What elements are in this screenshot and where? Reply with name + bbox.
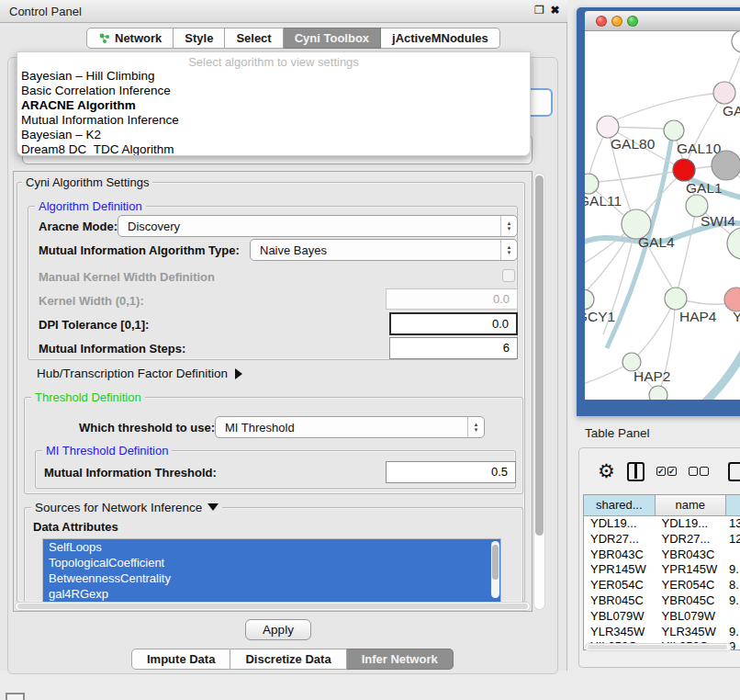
- node-label: GAL: [723, 103, 740, 119]
- dpi-tolerance-field[interactable]: 0.0: [389, 312, 518, 335]
- dropdown-item[interactable]: ARACNE Algorithm: [17, 98, 530, 113]
- close-icon[interactable]: ✖: [548, 4, 562, 17]
- network-node-gal1[interactable]: [673, 159, 695, 181]
- bottom-tabbar: Impute DataDiscretize DataInfer Network: [131, 649, 454, 670]
- network-node-gal[interactable]: [713, 82, 735, 104]
- tab-select[interactable]: Select: [225, 28, 283, 49]
- mi-steps-field[interactable]: 6: [389, 337, 518, 359]
- table-row[interactable]: YDR27...YDR27...12: [584, 532, 740, 548]
- table-row[interactable]: YBL079WYBL079W: [584, 609, 740, 625]
- scrollbar-thumb[interactable]: [535, 175, 544, 536]
- list-scrollbar[interactable]: [491, 541, 499, 598]
- network-node-hap4[interactable]: [665, 288, 687, 310]
- column-header[interactable]: shared...: [584, 495, 656, 515]
- hub-definition-expander[interactable]: Hub/Transcription Factor Definition: [37, 367, 242, 380]
- network-edge[interactable]: [678, 206, 697, 290]
- mi-threshold-field[interactable]: 0.5: [386, 461, 516, 483]
- document-icon[interactable]: [728, 462, 740, 481]
- network-canvas[interactable]: GALGAL80GAL10GAL1GAL11SWI4GAL4GCY1HAP4YH…: [585, 31, 740, 400]
- table-row[interactable]: YLR345WYLR345W9.: [584, 625, 740, 640]
- table-row[interactable]: YPR145WYPR145W9.: [584, 562, 740, 578]
- attribute-item[interactable]: BetweennessCentrality: [43, 570, 500, 586]
- settings-vertical-scrollbar[interactable]: [533, 173, 545, 610]
- float-window-icon[interactable]: ❐: [533, 4, 546, 17]
- network-node-gal10[interactable]: [664, 120, 684, 141]
- group-title: Algorithm Definition: [35, 199, 146, 213]
- network-window-titlebar[interactable]: [585, 11, 740, 31]
- network-node[interactable]: [732, 31, 740, 52]
- sources-expander[interactable]: Sources for Network Inference: [31, 501, 222, 514]
- network-edge[interactable]: [664, 336, 740, 400]
- zoom-traffic-icon[interactable]: [627, 16, 638, 27]
- combo-stepper-icon: ▲▼: [500, 240, 517, 260]
- split-column-icon[interactable]: [627, 462, 645, 481]
- tab-impute-data[interactable]: Impute Data: [131, 649, 230, 670]
- network-edge[interactable]: [617, 93, 724, 119]
- group-title: MI Threshold Definition: [42, 444, 172, 457]
- minimize-traffic-icon[interactable]: [611, 16, 622, 27]
- network-view-window[interactable]: GALGAL80GAL10GAL1GAL11SWI4GAL4GCY1HAP4YH…: [577, 7, 740, 416]
- table-cell: YBR043C: [656, 548, 727, 563]
- table-cell: YBL079W: [584, 609, 656, 625]
- attribute-item[interactable]: gal4RGexp: [43, 586, 500, 602]
- table-cell: YLR345W: [656, 625, 727, 640]
- table-cell: YER054C: [584, 578, 656, 593]
- tab-infer-network[interactable]: Infer Network: [347, 649, 454, 670]
- network-edge[interactable]: [598, 170, 684, 182]
- combo-stepper-icon: ▲▼: [500, 216, 517, 236]
- table-cell: YDR27...: [584, 532, 656, 548]
- attribute-item[interactable]: SelfLoops: [43, 539, 500, 555]
- kernel-width-label: Kernel Width (0,1):: [39, 294, 144, 308]
- gear-icon[interactable]: ⚙: [598, 461, 615, 481]
- network-node[interactable]: [649, 386, 667, 400]
- table-cell: YDL19...: [656, 516, 727, 532]
- table-row[interactable]: YBR043CYBR043C: [584, 548, 740, 563]
- tab-cyni-toolbox[interactable]: Cyni Toolbox: [284, 28, 381, 49]
- tab-style[interactable]: Style: [174, 28, 225, 49]
- control-panel-titlebar[interactable]: Control Panel ❐ ✖: [0, 0, 567, 23]
- group-title: Threshold Definition: [31, 390, 145, 404]
- control-panel-window: Control Panel ❐ ✖ NetworkStyleSelectCyni…: [0, 0, 567, 671]
- table-cell: 13: [726, 516, 740, 532]
- manual-kernel-checkbox[interactable]: [502, 269, 515, 282]
- network-node-gal80[interactable]: [597, 116, 619, 138]
- dropdown-item[interactable]: Mutual Information Inference: [17, 113, 530, 128]
- expander-arrow-icon: [235, 368, 242, 379]
- table-cell: YDR27...: [656, 532, 727, 548]
- mi-type-combo[interactable]: Naive Bayes ▲▼: [250, 239, 518, 261]
- tab-network[interactable]: Network: [86, 28, 174, 49]
- which-threshold-combo[interactable]: MI Threshold ▲▼: [215, 416, 485, 438]
- kernel-width-field[interactable]: 0.0: [386, 288, 518, 310]
- checked-pair-icon[interactable]: ✓✓: [656, 467, 677, 476]
- dropdown-item[interactable]: Bayesian – Hill Climbing: [17, 69, 530, 84]
- unchecked-pair-icon[interactable]: [689, 467, 709, 476]
- table-cell: YER054C: [656, 578, 727, 593]
- node-label: GAL80: [611, 136, 656, 152]
- node-table[interactable]: shared...name YDL19...YDL19...13YDR27...…: [583, 494, 740, 650]
- table-row[interactable]: YER054CYER054C8.: [584, 578, 740, 593]
- tab-jactivemnodules[interactable]: jActiveMNodules: [381, 28, 500, 49]
- settings-horizontal-scrollbar[interactable]: [15, 602, 531, 611]
- data-attributes-list[interactable]: SelfLoopsTopologicalCoefficientBetweenne…: [42, 538, 501, 603]
- table-horizontal-scrollbar[interactable]: [585, 643, 732, 651]
- column-header[interactable]: [726, 495, 740, 515]
- node-label: GCY1: [585, 309, 615, 324]
- table-cell: 8.: [726, 578, 740, 593]
- attribute-item[interactable]: TopologicalCoefficient: [43, 555, 500, 570]
- column-header[interactable]: name: [656, 495, 727, 515]
- network-node-gcy1[interactable]: [585, 289, 594, 310]
- dropdown-item[interactable]: Bayesian – K2: [17, 128, 530, 142]
- which-threshold-label: Which threshold to use:: [79, 421, 215, 435]
- dropdown-item[interactable]: Dream8 DC_TDC Algorithm: [17, 142, 530, 156]
- tab-discretize-data[interactable]: Discretize Data: [230, 649, 346, 670]
- table-row[interactable]: YBR045CYBR045C9.: [584, 593, 740, 609]
- close-traffic-icon[interactable]: [596, 16, 607, 27]
- apply-button[interactable]: Apply: [245, 619, 311, 640]
- table-cell: YBR045C: [656, 593, 727, 609]
- network-node[interactable]: [712, 151, 740, 180]
- aracne-mode-combo[interactable]: Discovery ▲▼: [118, 215, 518, 237]
- table-row[interactable]: YDL19...YDL19...13: [584, 516, 740, 532]
- group-title: Cyni Algorithm Settings: [22, 175, 152, 189]
- node-label: Y: [733, 309, 740, 324]
- dropdown-item[interactable]: Basic Correlation Inference: [17, 84, 530, 98]
